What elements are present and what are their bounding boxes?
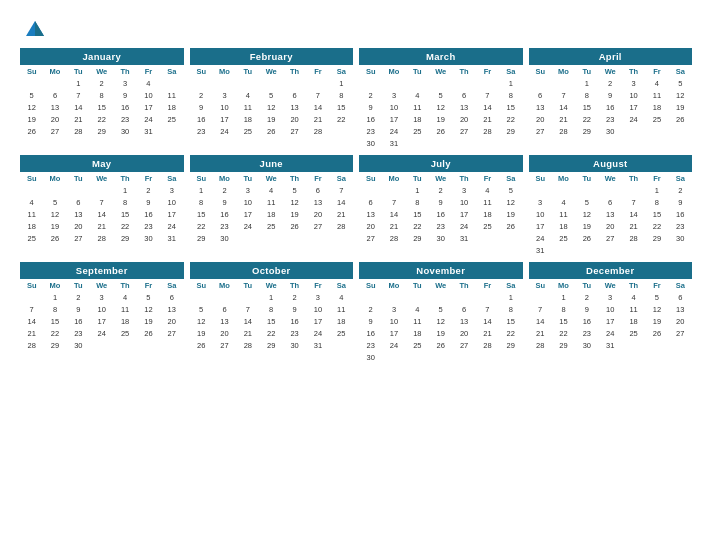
calendar-day	[137, 339, 160, 351]
calendar-day: 11	[236, 101, 259, 113]
day-header: Th	[283, 172, 306, 184]
calendar-day: 11	[160, 89, 183, 101]
calendar-day: 15	[645, 208, 668, 220]
calendar-day	[406, 77, 429, 89]
calendar-day: 21	[236, 327, 259, 339]
month-table-september: SuMoTuWeThFrSa12345678910111213141516171…	[20, 279, 184, 351]
calendar-day: 21	[529, 327, 552, 339]
month-table-march: SuMoTuWeThFrSa12345678910111213141516171…	[359, 65, 523, 149]
day-header: We	[429, 172, 452, 184]
calendar-day: 4	[236, 89, 259, 101]
calendar-day	[529, 77, 552, 89]
calendar-day: 11	[552, 208, 575, 220]
calendar-day: 14	[552, 101, 575, 113]
calendar-day	[669, 244, 692, 256]
calendar-day: 11	[20, 208, 43, 220]
calendar-day: 19	[499, 208, 522, 220]
day-header: Sa	[160, 65, 183, 77]
calendar-day: 4	[476, 184, 499, 196]
calendar-day: 20	[452, 327, 475, 339]
day-header: Mo	[382, 279, 405, 291]
calendar-day: 30	[359, 351, 382, 363]
calendar-day: 14	[529, 315, 552, 327]
day-header: Su	[190, 172, 213, 184]
calendar-day: 20	[306, 208, 329, 220]
calendar-day: 25	[622, 327, 645, 339]
calendar-day: 5	[575, 196, 598, 208]
calendar-day	[359, 291, 382, 303]
calendar-day	[429, 291, 452, 303]
calendar-day: 31	[306, 339, 329, 351]
calendar-day	[90, 184, 113, 196]
calendar-day: 7	[622, 196, 645, 208]
month-table-december: SuMoTuWeThFrSa12345678910111213141516171…	[529, 279, 693, 351]
calendar-day: 1	[113, 184, 136, 196]
day-header: Tu	[575, 172, 598, 184]
calendar-day: 18	[113, 315, 136, 327]
calendar-day: 3	[382, 303, 405, 315]
calendar-day	[160, 339, 183, 351]
calendar-day: 27	[359, 232, 382, 244]
day-header: Sa	[330, 172, 353, 184]
day-header: Sa	[330, 65, 353, 77]
month-block-october: OctoberSuMoTuWeThFrSa1234567891011121314…	[190, 262, 354, 363]
calendar-day: 1	[499, 77, 522, 89]
calendar-day: 3	[236, 184, 259, 196]
calendar-day: 29	[43, 339, 66, 351]
calendar-day: 13	[359, 208, 382, 220]
calendar-day: 20	[599, 220, 622, 232]
calendar-day: 9	[190, 101, 213, 113]
day-header: Fr	[476, 279, 499, 291]
calendar-day: 30	[429, 232, 452, 244]
calendar-day	[622, 244, 645, 256]
day-header: Th	[283, 279, 306, 291]
day-header: Sa	[160, 172, 183, 184]
calendar-day: 16	[429, 208, 452, 220]
day-header: We	[599, 279, 622, 291]
calendar-day	[306, 77, 329, 89]
calendar-day: 31	[452, 232, 475, 244]
month-header-august: August	[529, 155, 693, 172]
calendar-day: 26	[499, 220, 522, 232]
calendar-day: 31	[382, 137, 405, 149]
calendar-day: 9	[213, 196, 236, 208]
calendar-day	[669, 125, 692, 137]
calendar-day: 23	[599, 113, 622, 125]
calendar-day: 18	[406, 327, 429, 339]
calendar-day: 21	[552, 113, 575, 125]
calendar-day: 9	[359, 315, 382, 327]
page-header	[20, 18, 692, 40]
calendar-grid: JanuarySuMoTuWeThFrSa1234567891011121314…	[20, 48, 692, 363]
calendar-day: 24	[382, 125, 405, 137]
calendar-day: 25	[476, 220, 499, 232]
calendar-day: 13	[160, 303, 183, 315]
calendar-day: 29	[499, 339, 522, 351]
calendar-day: 4	[20, 196, 43, 208]
month-block-july: JulySuMoTuWeThFrSa1234567891011121314151…	[359, 155, 523, 256]
calendar-day: 16	[669, 208, 692, 220]
calendar-day	[236, 77, 259, 89]
calendar-day: 16	[213, 208, 236, 220]
day-header: Su	[529, 65, 552, 77]
calendar-day: 6	[452, 89, 475, 101]
logo	[20, 18, 46, 40]
calendar-day	[452, 137, 475, 149]
calendar-day	[452, 351, 475, 363]
calendar-day: 13	[283, 101, 306, 113]
calendar-day: 24	[160, 220, 183, 232]
day-header: Th	[452, 172, 475, 184]
calendar-day: 13	[67, 208, 90, 220]
calendar-day: 18	[476, 208, 499, 220]
calendar-day: 14	[236, 315, 259, 327]
calendar-day: 6	[599, 196, 622, 208]
calendar-day: 24	[213, 125, 236, 137]
calendar-day	[236, 232, 259, 244]
calendar-day: 19	[669, 101, 692, 113]
day-header: We	[599, 172, 622, 184]
day-header: Th	[283, 65, 306, 77]
calendar-day: 7	[476, 89, 499, 101]
day-header: We	[429, 279, 452, 291]
calendar-day: 15	[260, 315, 283, 327]
calendar-day: 31	[137, 125, 160, 137]
calendar-day: 26	[669, 113, 692, 125]
